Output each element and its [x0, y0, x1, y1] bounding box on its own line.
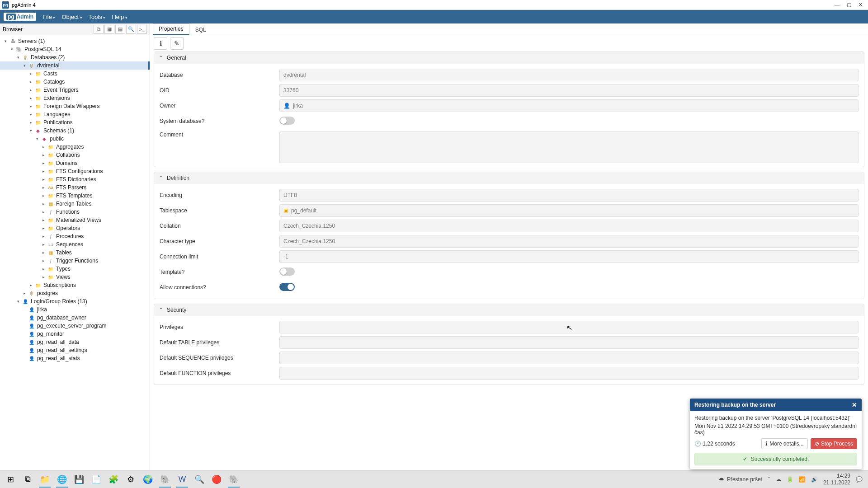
tree-tables[interactable]: Tables: [0, 249, 150, 257]
tree-schema-public[interactable]: public: [0, 135, 150, 143]
tree-role[interactable]: pg_monitor: [0, 330, 150, 338]
taskbar-app5[interactable]: 🔴: [208, 471, 225, 488]
tree-sequences[interactable]: Sequences: [0, 240, 150, 249]
folder-icon: [47, 217, 54, 223]
tray-battery-icon[interactable]: 🔋: [787, 476, 793, 483]
tree-fdw[interactable]: Foreign Data Wrappers: [0, 102, 150, 110]
tree-role[interactable]: pg_execute_server_program: [0, 322, 150, 330]
close-button[interactable]: ✕: [859, 2, 863, 8]
tree-procedures[interactable]: Procedures: [0, 232, 150, 240]
tree-role[interactable]: pg_read_all_settings: [0, 346, 150, 354]
tree-functions[interactable]: Functions: [0, 208, 150, 216]
taskbar-word[interactable]: W: [174, 471, 191, 488]
tree-collations[interactable]: Collations: [0, 151, 150, 159]
tool-viewdata[interactable]: ▦: [104, 25, 114, 34]
chevron-down-icon: ⌃: [159, 175, 163, 181]
stop-icon: ⊘: [815, 441, 819, 447]
tree-role[interactable]: pg_read_all_stats: [0, 354, 150, 362]
tray-notifications-icon[interactable]: 💬: [856, 476, 863, 483]
start-button[interactable]: ⊞: [2, 471, 19, 488]
menu-tools[interactable]: Tools: [89, 14, 106, 20]
tree-matviews[interactable]: Materialized Views: [0, 216, 150, 224]
maximize-button[interactable]: ▢: [847, 2, 851, 8]
taskbar-notes[interactable]: 📄: [88, 471, 105, 488]
taskbar-app3[interactable]: 🌍: [139, 471, 156, 488]
tree-aggregates[interactable]: Aggregates: [0, 143, 150, 151]
taskbar-pgadmin[interactable]: 🐘: [225, 471, 242, 488]
section-definition: ⌃Definition EncodingUTF8 Tablespace▣pg_d…: [154, 172, 864, 299]
section-definition-header[interactable]: ⌃Definition: [154, 172, 864, 184]
tray-volume-icon[interactable]: 🔊: [811, 476, 818, 483]
tree-ftstemplates[interactable]: FTS Templates: [0, 192, 150, 200]
tree-roles[interactable]: Login/Group Roles (13): [0, 297, 150, 305]
tray-chevron[interactable]: ˄: [768, 476, 770, 483]
taskbar-app2[interactable]: ⚙: [122, 471, 139, 488]
tree-triggerfns[interactable]: Trigger Functions: [0, 257, 150, 265]
tray-wifi-icon[interactable]: 📶: [799, 476, 806, 483]
tree-schemas[interactable]: Schemas (1): [0, 127, 150, 135]
tab-properties[interactable]: Properties: [153, 23, 189, 35]
tool-psql[interactable]: >_: [137, 25, 147, 34]
tree-server[interactable]: PostgreSQL 14: [0, 45, 150, 53]
role-icon: [28, 355, 35, 361]
menu-help[interactable]: Help: [112, 14, 127, 20]
val-default-func-priv: [279, 367, 859, 380]
taskbar-pg[interactable]: 🐘: [156, 471, 174, 488]
clock[interactable]: 14:29 21.11.2022: [823, 473, 850, 486]
tree-extensions[interactable]: Extensions: [0, 94, 150, 102]
tree-languages[interactable]: Languages: [0, 110, 150, 118]
tree-databases[interactable]: Databases (2): [0, 53, 150, 61]
tree-role[interactable]: jirka: [0, 305, 150, 314]
tree-publications[interactable]: Publications: [0, 118, 150, 127]
tree-ftsdict[interactable]: FTS Dictionaries: [0, 175, 150, 183]
tree-views[interactable]: Views: [0, 273, 150, 281]
tree-event-triggers[interactable]: Event Triggers: [0, 86, 150, 94]
folder-icon: [34, 111, 42, 117]
val-comment: [279, 131, 859, 163]
tree-db-dvdrental[interactable]: dvdrental: [0, 61, 150, 70]
tree-types[interactable]: Types: [0, 265, 150, 273]
tree-domains[interactable]: Domains: [0, 159, 150, 167]
tool-query[interactable]: ⧉: [94, 25, 104, 34]
taskview-button[interactable]: ⧉: [19, 471, 36, 488]
more-details-button[interactable]: ℹMore details...: [761, 438, 807, 449]
minimize-button[interactable]: —: [835, 2, 840, 8]
section-security-header[interactable]: ⌃Security: [154, 304, 864, 316]
function-icon: [47, 209, 54, 215]
menu-file[interactable]: File: [42, 14, 55, 20]
tool-filter[interactable]: ▤: [115, 25, 125, 34]
stop-process-button[interactable]: ⊘Stop Process: [811, 438, 857, 449]
tree-catalogs[interactable]: Catalogs: [0, 78, 150, 86]
taskbar-app4[interactable]: 🔍: [191, 471, 208, 488]
tree-foreigntables[interactable]: Foreign Tables: [0, 200, 150, 208]
folder-icon: [34, 282, 42, 288]
info-button[interactable]: ℹ: [154, 37, 167, 50]
tree-subscriptions[interactable]: Subscriptions: [0, 281, 150, 289]
tab-sql[interactable]: SQL: [189, 24, 212, 35]
object-tree[interactable]: Servers (1) PostgreSQL 14 Databases (2) …: [0, 35, 150, 470]
tree-ftsconfig[interactable]: FTS Configurations: [0, 167, 150, 175]
browser-title: Browser: [3, 26, 23, 33]
tray-onedrive-icon[interactable]: ☁: [776, 476, 781, 483]
notif-close-button[interactable]: ✕: [852, 401, 857, 408]
folder-icon: [47, 160, 54, 166]
tree-db-postgres[interactable]: postgres: [0, 289, 150, 297]
tree-operators[interactable]: Operators: [0, 224, 150, 232]
tree-ftsparsers[interactable]: FTS Parsers: [0, 183, 150, 192]
taskbar-app1[interactable]: 🧩: [105, 471, 122, 488]
menu-object[interactable]: Object: [61, 14, 82, 20]
section-general-header[interactable]: ⌃General: [154, 52, 864, 64]
taskbar-save[interactable]: 💾: [71, 471, 88, 488]
weather-widget[interactable]: 🌧Přestane pršet: [719, 476, 762, 483]
tree-role[interactable]: pg_read_all_data: [0, 338, 150, 346]
tree-casts[interactable]: Casts: [0, 70, 150, 78]
tree-role[interactable]: pg_database_owner: [0, 314, 150, 322]
tree-servers[interactable]: Servers (1): [0, 37, 150, 45]
tool-search[interactable]: 🔍: [126, 25, 136, 34]
success-banner: ✓ Successfully completed.: [694, 453, 857, 465]
edit-button[interactable]: ✎: [170, 37, 184, 50]
taskbar-explorer[interactable]: 📁: [36, 471, 53, 488]
function-icon: [47, 258, 54, 264]
folder-icon: [47, 144, 54, 150]
taskbar-chrome[interactable]: 🌐: [53, 471, 71, 488]
